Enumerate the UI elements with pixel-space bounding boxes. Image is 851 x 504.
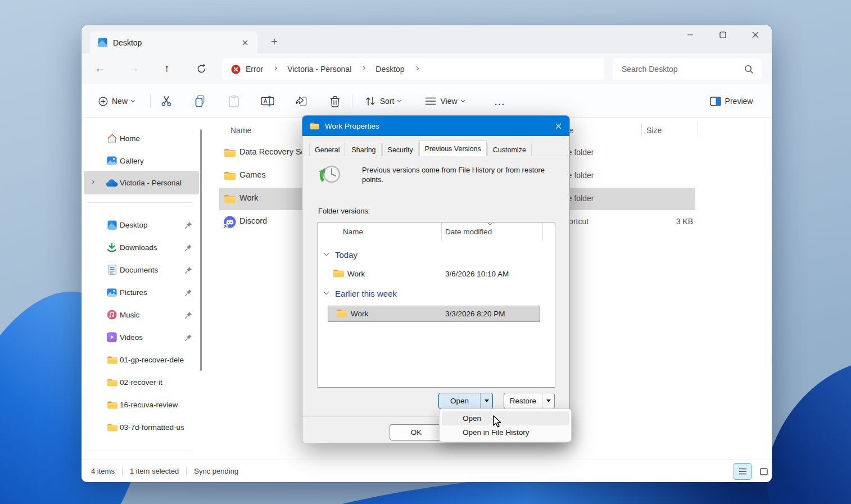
column-separator[interactable] bbox=[641, 122, 642, 136]
tab-strip: Desktop bbox=[82, 25, 772, 53]
version-date: 3/3/2026 8:20 PM bbox=[445, 310, 505, 318]
chevron-down-icon bbox=[131, 98, 135, 102]
sidebar-item-label: 01-gp-recover-delet bbox=[120, 356, 184, 364]
command-toolbar: New Sort bbox=[82, 84, 772, 118]
minimize-button[interactable] bbox=[677, 26, 703, 43]
refresh-icon[interactable] bbox=[191, 58, 212, 79]
breadcrumb-error[interactable]: Error bbox=[246, 65, 263, 74]
column-header-name[interactable]: Name bbox=[230, 126, 251, 135]
chevron-down-icon[interactable] bbox=[324, 251, 329, 256]
preview-button[interactable]: Preview bbox=[702, 90, 761, 112]
thumbnail-view-icon bbox=[760, 468, 768, 475]
tab-label: Previous Versions bbox=[425, 145, 481, 153]
up-icon[interactable]: ↑ bbox=[156, 58, 178, 79]
group-header-earlier[interactable]: Earlier this week bbox=[335, 289, 397, 298]
versions-column-separator bbox=[542, 223, 543, 241]
folder-icon bbox=[105, 356, 119, 364]
chevron-right-icon bbox=[273, 66, 277, 70]
file-name[interactable]: Discord bbox=[239, 216, 267, 225]
menu-item-label: Open bbox=[463, 414, 481, 423]
menu-item-open-file-history[interactable]: Open in File History bbox=[442, 425, 569, 439]
search-icon[interactable] bbox=[744, 65, 754, 74]
tab-label: Customize bbox=[493, 146, 526, 154]
close-button[interactable] bbox=[743, 26, 768, 43]
new-button[interactable]: New bbox=[92, 90, 141, 112]
sidebar-item-music[interactable]: Music bbox=[84, 305, 199, 325]
versions-column-name[interactable]: Name bbox=[343, 228, 363, 236]
sync-status: Sync pending bbox=[194, 467, 238, 475]
view-button[interactable]: View bbox=[419, 90, 470, 112]
plus-circle-icon bbox=[98, 97, 108, 106]
file-name[interactable]: Work bbox=[239, 193, 259, 202]
column-header-size[interactable]: Size bbox=[646, 126, 662, 135]
discord-icon bbox=[224, 216, 236, 230]
breadcrumb[interactable]: Error Victoria - Personal Desktop bbox=[222, 58, 604, 80]
ok-button[interactable]: OK bbox=[390, 424, 443, 441]
file-name[interactable]: Data Recovery So bbox=[239, 147, 306, 156]
version-name[interactable]: Work bbox=[351, 310, 368, 318]
sidebar-item-downloads[interactable]: Downloads bbox=[84, 237, 199, 257]
sort-button[interactable]: Sort bbox=[358, 90, 408, 112]
share-button[interactable] bbox=[289, 90, 314, 112]
chevron-down-icon[interactable] bbox=[324, 289, 329, 295]
breadcrumb-drive[interactable]: Victoria - Personal bbox=[287, 65, 351, 74]
sidebar-divider bbox=[87, 451, 193, 451]
dialog-close-icon[interactable] bbox=[549, 117, 567, 134]
tab-sharing[interactable]: Sharing bbox=[346, 143, 381, 156]
sidebar-item-folder-01[interactable]: 01-gp-recover-delet bbox=[84, 349, 199, 370]
dropdown-arrow-icon[interactable] bbox=[481, 393, 492, 408]
shortcut-arrow-icon bbox=[223, 222, 228, 231]
sidebar-item-documents[interactable]: Documents bbox=[84, 260, 199, 280]
cut-button[interactable] bbox=[154, 90, 179, 112]
copy-button[interactable] bbox=[188, 90, 212, 112]
sidebar-item-folder-02[interactable]: 02-recover-it bbox=[84, 372, 199, 392]
sidebar-item-pictures[interactable]: Pictures bbox=[84, 282, 199, 302]
file-name[interactable]: Games bbox=[239, 170, 266, 179]
trash-icon bbox=[330, 96, 340, 107]
maximize-button[interactable] bbox=[710, 26, 736, 43]
restore-split-button[interactable]: Restore bbox=[504, 393, 555, 409]
breadcrumb-folder[interactable]: Desktop bbox=[375, 65, 404, 74]
sidebar-item-videos[interactable]: Videos bbox=[84, 327, 199, 347]
rename-button[interactable] bbox=[255, 90, 280, 112]
search-input[interactable]: Search Desktop bbox=[613, 58, 762, 80]
column-separator[interactable] bbox=[698, 122, 698, 136]
new-tab-button[interactable] bbox=[267, 34, 282, 49]
folder-icon bbox=[224, 171, 236, 182]
tab-general[interactable]: General bbox=[309, 143, 345, 156]
scissors-icon bbox=[160, 95, 173, 107]
versions-column-date[interactable]: Date modified bbox=[445, 228, 492, 236]
dialog-title-bar[interactable]: Work Properties bbox=[302, 116, 569, 136]
large-icons-view-toggle[interactable] bbox=[755, 463, 772, 480]
version-name[interactable]: Work bbox=[347, 270, 365, 278]
more-options-button[interactable]: … bbox=[487, 90, 512, 112]
chevron-down-icon bbox=[461, 98, 465, 102]
pin-icon bbox=[185, 266, 192, 274]
sidebar-item-label: Pictures bbox=[120, 288, 184, 297]
documents-icon bbox=[105, 265, 119, 275]
sidebar-item-label: Documents bbox=[120, 266, 184, 274]
details-view-toggle[interactable] bbox=[734, 463, 752, 480]
open-button-label[interactable]: Open bbox=[439, 393, 480, 408]
menu-item-open[interactable]: Open bbox=[442, 411, 569, 425]
back-icon[interactable]: ← bbox=[89, 58, 111, 79]
sidebar-item-folder-03[interactable]: 03-7d-formatted-usb bbox=[84, 417, 199, 437]
group-header-today[interactable]: Today bbox=[335, 250, 357, 260]
sort-arrows-icon bbox=[365, 96, 376, 106]
copy-icon bbox=[194, 95, 206, 107]
restore-button-label[interactable]: Restore bbox=[504, 393, 542, 408]
dropdown-arrow-icon[interactable] bbox=[542, 393, 554, 408]
rename-icon bbox=[261, 96, 274, 107]
open-split-button[interactable]: Open bbox=[438, 393, 493, 409]
folder-icon bbox=[105, 378, 119, 387]
sidebar-item-folder-16[interactable]: 16-recuva-review bbox=[84, 394, 199, 415]
sidebar-item-label: 03-7d-formatted-usb bbox=[120, 423, 184, 432]
delete-button[interactable] bbox=[323, 90, 347, 112]
tab-security[interactable]: Security bbox=[382, 143, 419, 156]
explorer-tab-desktop[interactable]: Desktop bbox=[90, 31, 257, 53]
pin-icon bbox=[185, 334, 192, 341]
folder-versions-list[interactable]: Name Date modified Today Work 3/6/2026 1… bbox=[318, 222, 555, 388]
tab-close-icon[interactable] bbox=[239, 37, 251, 48]
tab-previous-versions[interactable]: Previous Versions bbox=[419, 140, 487, 156]
tab-customize[interactable]: Customize bbox=[487, 143, 532, 156]
